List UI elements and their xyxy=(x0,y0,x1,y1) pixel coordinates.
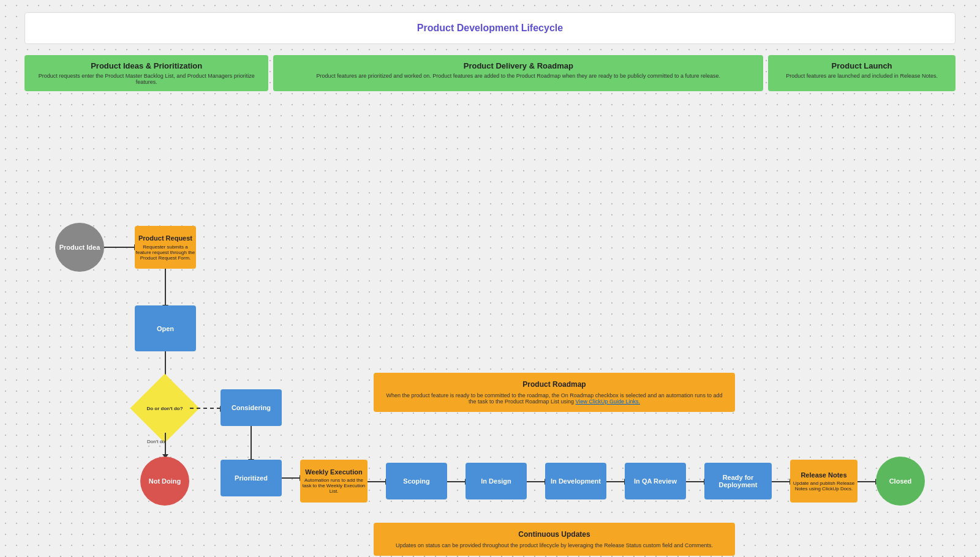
continuous-updates-banner: Continuous Updates Updates on status can… xyxy=(374,523,735,556)
release-notes-node: Release Notes Update and publish Release… xyxy=(790,460,858,503)
weekly-execution-node: Weekly Execution Automation runs to add … xyxy=(300,460,368,503)
arrow-diamond-to-considering xyxy=(190,408,221,409)
arrow-design-to-dev xyxy=(527,481,545,482)
header-launch-desc: Product features are launched and includ… xyxy=(777,73,947,79)
scoping-node: Scoping xyxy=(386,463,447,499)
header-delivery: Product Delivery & Roadmap Product featu… xyxy=(273,55,763,91)
flow-diagram: Product Idea Product Request Requester s… xyxy=(24,103,956,483)
ready-deploy-node: Ready for Deployment xyxy=(704,463,772,499)
arrow-scoping-to-design xyxy=(447,481,466,482)
header-row: Product Ideas & Prioritization Product r… xyxy=(24,55,956,91)
header-ideas: Product Ideas & Prioritization Product r… xyxy=(24,55,268,91)
header-ideas-label: Product Ideas & Prioritization xyxy=(33,61,260,70)
in-qa-review-node: In QA Review xyxy=(625,463,686,499)
closed-node: Closed xyxy=(876,457,925,506)
page-background: Product Development Lifecycle Product Id… xyxy=(0,0,980,557)
header-ideas-desc: Product requests enter the Product Maste… xyxy=(33,73,260,85)
arrow-release-to-closed xyxy=(858,481,876,482)
arrow-considering-to-prioritized-container xyxy=(251,426,252,460)
product-request-node: Product Request Requester submits a feat… xyxy=(135,226,196,269)
header-launch: Product Launch Product features are laun… xyxy=(768,55,956,91)
arrow-request-to-open xyxy=(165,269,166,305)
title-bar: Product Development Lifecycle xyxy=(24,12,956,44)
product-idea-node: Product Idea xyxy=(55,223,104,272)
arrow-dev-to-qa xyxy=(606,481,625,482)
page-title: Product Development Lifecycle xyxy=(35,23,945,34)
arrow-qa-to-deploy xyxy=(686,481,704,482)
arrow-idea-to-request xyxy=(104,247,135,248)
product-roadmap-banner: Product Roadmap When the product feature… xyxy=(374,373,735,412)
product-roadmap-link[interactable]: View ClickUp Guide Links. xyxy=(576,398,640,405)
not-doing-node: Not Doing xyxy=(140,457,189,506)
arrow-deploy-to-release xyxy=(772,481,790,482)
header-launch-label: Product Launch xyxy=(777,61,947,70)
prioritized-node: Prioritized xyxy=(221,460,282,496)
arrow-weekly-to-scoping xyxy=(368,481,386,482)
open-node: Open xyxy=(135,305,196,351)
header-delivery-desc: Product features are prioritized and wor… xyxy=(282,73,755,79)
in-development-node: In Development xyxy=(545,463,606,499)
arrow-prioritized-to-weekly xyxy=(282,477,300,479)
header-delivery-label: Product Delivery & Roadmap xyxy=(282,61,755,70)
in-design-node: In Design xyxy=(466,463,527,499)
considering-node: Considering xyxy=(221,389,282,426)
dont-do-label: Don't do xyxy=(147,439,165,444)
